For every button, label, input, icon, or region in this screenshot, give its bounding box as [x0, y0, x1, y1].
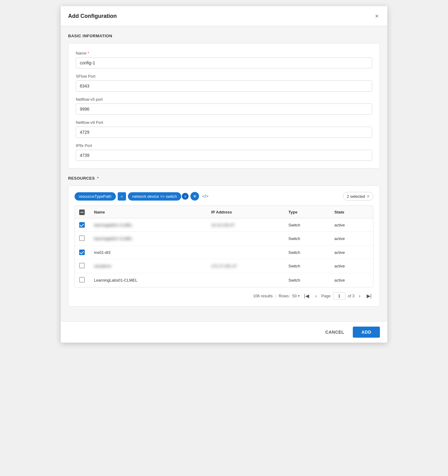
header-checkbox-col — [75, 206, 90, 218]
last-page-button[interactable]: ▶| — [365, 292, 373, 300]
filter-resource-type-chip[interactable]: resourceTypePath — [75, 192, 116, 201]
row-type: Switch — [284, 259, 330, 273]
sflow-port-label: SFlow Port — [76, 74, 372, 79]
row-ip — [207, 232, 284, 246]
first-page-button[interactable]: |◀ — [302, 292, 311, 300]
chevron-down-icon: ▾ — [298, 294, 300, 298]
netflow-v9-label: Netflow-v9 Port — [76, 120, 372, 125]
table-row: learninglab01-CLMEL Switch active — [75, 232, 373, 246]
header-name: Name — [90, 206, 207, 218]
row-checkbox-cell — [75, 218, 90, 232]
filter-remove-button[interactable]: × — [182, 193, 189, 200]
selected-badge[interactable]: 2 selected × — [343, 192, 373, 201]
header-state: State — [330, 206, 373, 218]
row-checkbox[interactable] — [79, 250, 85, 255]
plus-icon: + — [193, 193, 197, 200]
row-type: Switch — [284, 232, 330, 246]
page-number-input[interactable] — [333, 292, 345, 299]
filter-bar: resourceTypePath = network device >> swi… — [75, 192, 373, 201]
selected-count: 2 selected — [347, 194, 365, 199]
results-count: 106 results — [253, 294, 273, 298]
row-name: learninglab01-CLMEL — [90, 232, 207, 246]
add-configuration-modal: Add Configuration × BASIC INFORMATION Na… — [61, 6, 387, 343]
name-required-star: * — [88, 51, 89, 55]
sflow-port-input[interactable] — [76, 80, 372, 92]
page-total: of 3 — [348, 294, 355, 298]
row-state: active — [330, 246, 373, 259]
cancel-button[interactable]: CANCEL — [320, 327, 349, 337]
selected-clear-button[interactable]: × — [367, 194, 369, 199]
row-state: active — [330, 273, 373, 287]
pagination-divider: | — [275, 294, 276, 298]
resources-required-star: * — [97, 176, 99, 181]
close-button[interactable]: × — [374, 12, 380, 20]
row-state: active — [330, 259, 373, 273]
modal-body: BASIC INFORMATION Name * SFlow Port Netf… — [61, 26, 387, 321]
netflow-v5-input[interactable] — [76, 104, 372, 115]
netflow-v9-group: Netflow-v9 Port — [76, 120, 372, 138]
row-type: Switch — [284, 273, 330, 287]
ipfix-port-input[interactable] — [76, 150, 372, 161]
ipfix-port-label: IPfix Port — [76, 143, 372, 148]
row-state: active — [330, 232, 373, 246]
row-type: Switch — [284, 218, 330, 232]
row-type: Switch — [284, 246, 330, 259]
add-button[interactable]: ADD — [353, 327, 380, 338]
row-ip: 172.17.201.47 — [207, 259, 284, 273]
modal-title: Add Configuration — [68, 13, 117, 19]
row-ip — [207, 246, 284, 259]
row-name: LearningLabs01-CLMEL — [90, 273, 207, 287]
row-checkbox[interactable] — [79, 222, 85, 228]
row-state: active — [330, 218, 373, 232]
next-page-button[interactable]: › — [357, 292, 362, 300]
row-name: cloudemo — [90, 259, 207, 273]
netflow-v5-label: Netflow-v5 port — [76, 97, 372, 102]
rows-value: 50 — [292, 294, 297, 298]
name-input[interactable] — [76, 57, 372, 68]
row-checkbox-cell — [75, 273, 90, 287]
page-label: Page — [321, 294, 330, 298]
row-ip — [207, 273, 284, 287]
resources-section-title: RESOURCES * — [68, 176, 380, 181]
row-checkbox-cell — [75, 232, 90, 246]
modal-header: Add Configuration × — [61, 6, 387, 26]
row-checkbox[interactable] — [79, 263, 85, 268]
prev-page-button[interactable]: ‹ — [313, 292, 319, 300]
resources-card: resourceTypePath = network device >> swi… — [68, 185, 380, 307]
row-checkbox[interactable] — [79, 235, 85, 241]
name-field-group: Name * — [76, 51, 372, 68]
filter-code-button[interactable]: </> — [201, 193, 210, 200]
netflow-v5-group: Netflow-v5 port — [76, 97, 372, 115]
basic-info-card: Name * SFlow Port Netflow-v5 port Netflo… — [68, 43, 380, 169]
modal-footer: CANCEL ADD — [61, 321, 387, 343]
table-row: cloudemo 172.17.201.47 Switch active — [75, 259, 373, 273]
table-row: ms01-dl3 Switch active — [75, 246, 373, 259]
table-header-row: Name IP Address Type State — [75, 206, 373, 218]
basic-info-section-title: BASIC INFORMATION — [68, 34, 380, 38]
ipfix-port-group: IPfix Port — [76, 143, 372, 161]
row-ip: 10.10.120.47 — [207, 218, 284, 232]
sflow-port-group: SFlow Port — [76, 74, 372, 92]
rows-per-page-select[interactable]: 50 ▾ — [292, 294, 300, 298]
pagination-bar: 106 results | Rows: 50 ▾ |◀ ‹ Page of 3 … — [75, 287, 373, 300]
filter-equals-chip: = — [118, 192, 126, 201]
header-type: Type — [284, 206, 330, 218]
row-name: learninglab01-CLMEL — [90, 218, 207, 232]
row-checkbox-cell — [75, 259, 90, 273]
name-label: Name * — [76, 51, 372, 55]
table-row: LearningLabs01-CLMEL Switch active — [75, 273, 373, 287]
table-row: learninglab01-CLMEL 10.10.120.47 Switch … — [75, 218, 373, 232]
select-all-checkbox[interactable] — [79, 210, 85, 215]
row-checkbox-cell — [75, 246, 90, 259]
resources-table: Name IP Address Type State learningl — [75, 205, 373, 287]
row-name: ms01-dl3 — [90, 246, 207, 259]
filter-add-button[interactable]: + — [190, 192, 199, 201]
header-ip: IP Address — [207, 206, 284, 218]
filter-value-chip[interactable]: network device >> switch — [128, 192, 181, 201]
netflow-v9-input[interactable] — [76, 127, 372, 138]
row-checkbox[interactable] — [79, 277, 85, 283]
rows-label: Rows: — [279, 294, 290, 298]
